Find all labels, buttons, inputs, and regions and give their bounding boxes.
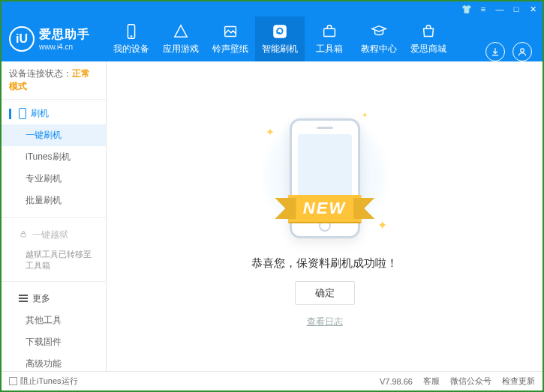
success-message: 恭喜您，保资料刷机成功啦！ <box>251 256 398 271</box>
menu-button[interactable]: ≡ <box>478 4 488 13</box>
nav-label: 工具箱 <box>316 43 343 55</box>
check-update-link[interactable]: 检查更新 <box>502 376 535 387</box>
checkbox-icon <box>9 377 17 385</box>
toolbox-icon <box>321 23 338 40</box>
checkbox-label: 阻止iTunes运行 <box>20 376 78 387</box>
sidebar-head-label: 刷机 <box>31 107 49 120</box>
lock-icon <box>19 229 28 241</box>
sidebar-item-advanced[interactable]: 高级功能 <box>2 353 106 371</box>
flash-icon <box>272 23 288 40</box>
apps-icon <box>173 23 189 40</box>
view-log-link[interactable]: 查看日志 <box>307 316 343 328</box>
brand-title: 爱思助手 <box>39 27 90 43</box>
wechat-link[interactable]: 微信公众号 <box>450 376 491 387</box>
user-button[interactable] <box>512 42 532 61</box>
svg-point-1 <box>131 35 132 37</box>
sidebar-head-label: 一键越狱 <box>32 229 68 241</box>
sidebar-item-firmware[interactable]: 下载固件 <box>2 331 106 353</box>
connection-status: 设备连接状态：正常模式 <box>2 61 106 100</box>
sidebar-jailbreak-note: 越狱工具已转移至工具箱 <box>2 246 106 275</box>
connection-label: 设备连接状态： <box>9 68 72 79</box>
nav: 我的设备 应用游戏 铃声壁纸 智能刷机 工具箱 <box>107 16 485 61</box>
sidebar-flash-list: 一键刷机 iTunes刷机 专业刷机 批量刷机 <box>2 124 106 211</box>
support-link[interactable]: 客服 <box>423 376 440 387</box>
sparkle-icon: ✦ <box>266 126 275 138</box>
brand-logo-icon: iU <box>9 26 35 52</box>
sidebar-item-pro[interactable]: 专业刷机 <box>2 168 106 190</box>
brand-url: www.i4.cn <box>39 43 90 51</box>
nav-label: 教程中心 <box>361 43 397 55</box>
nav-label: 铃声壁纸 <box>212 43 248 55</box>
version-label: V7.98.66 <box>380 377 413 386</box>
ok-button[interactable]: 确定 <box>295 281 355 305</box>
store-icon <box>420 23 437 40</box>
sidebar-item-other[interactable]: 其他工具 <box>2 310 106 331</box>
nav-tutorial[interactable]: 教程中心 <box>354 16 404 61</box>
sidebar: 设备连接状态：正常模式 刷机 一键刷机 iTunes刷机 专业刷机 批量刷机 <box>2 61 107 371</box>
toolbar: iU 爱思助手 www.i4.cn 我的设备 应用游戏 铃声壁纸 <box>2 16 542 61</box>
phone-icon <box>123 23 140 40</box>
maximize-button[interactable]: □ <box>511 4 521 13</box>
main-content: ✦ ✦ ✦ NEW 恭喜您，保资料刷机成功啦！ 确定 查看日志 <box>107 61 542 371</box>
svg-rect-4 <box>324 28 335 36</box>
body: 设备连接状态：正常模式 刷机 一键刷机 iTunes刷机 专业刷机 批量刷机 <box>2 61 542 371</box>
sidebar-more-list: 其他工具 下载固件 高级功能 <box>2 310 106 371</box>
nav-device[interactable]: 我的设备 <box>107 16 156 61</box>
svg-rect-6 <box>21 234 26 238</box>
sidebar-more-section: 更多 其他工具 下载固件 高级功能 <box>2 285 106 371</box>
nav-flash[interactable]: 智能刷机 <box>255 16 305 61</box>
nav-store[interactable]: 爱思商城 <box>404 16 453 61</box>
nav-label: 智能刷机 <box>262 43 298 55</box>
close-button[interactable]: ✕ <box>527 4 538 14</box>
nav-toolbox[interactable]: 工具箱 <box>305 16 354 61</box>
sidebar-item-onekey[interactable]: 一键刷机 <box>2 124 106 146</box>
sparkle-icon: ✦ <box>362 111 368 119</box>
footer: 阻止iTunes运行 V7.98.66 客服 微信公众号 检查更新 <box>2 371 542 391</box>
sidebar-jailbreak-section: 一键越狱 越狱工具已转移至工具箱 <box>2 221 106 278</box>
app-window: 👕 ≡ — □ ✕ iU 爱思助手 www.i4.cn 我的设备 <box>0 0 544 392</box>
brand: iU 爱思助手 www.i4.cn <box>2 16 107 61</box>
sidebar-item-batch[interactable]: 批量刷机 <box>2 190 106 211</box>
svg-point-5 <box>521 49 524 52</box>
new-ribbon: NEW <box>288 195 361 222</box>
sidebar-head-jailbreak: 一键越狱 <box>2 224 106 246</box>
success-illustration: ✦ ✦ ✦ NEW <box>261 105 389 247</box>
download-button[interactable] <box>485 42 505 61</box>
header: 👕 ≡ — □ ✕ iU 爱思助手 www.i4.cn 我的设备 <box>2 1 542 61</box>
titlebar: 👕 ≡ — □ ✕ <box>2 1 542 16</box>
wallpaper-icon <box>222 23 239 40</box>
phone-small-icon <box>19 108 26 119</box>
header-right <box>485 42 542 61</box>
sidebar-flash-section: 刷机 一键刷机 iTunes刷机 专业刷机 批量刷机 <box>2 100 106 214</box>
sidebar-item-itunes[interactable]: iTunes刷机 <box>2 146 106 168</box>
sidebar-head-more[interactable]: 更多 <box>2 288 106 310</box>
nav-label: 我的设备 <box>113 43 149 55</box>
tutorial-icon <box>371 23 387 40</box>
brand-text: 爱思助手 www.i4.cn <box>39 27 90 51</box>
list-icon <box>19 295 28 302</box>
minimize-button[interactable]: — <box>494 4 505 13</box>
nav-apps[interactable]: 应用游戏 <box>156 16 206 61</box>
nav-ringtone[interactable]: 铃声壁纸 <box>206 16 255 61</box>
sparkle-icon: ✦ <box>377 218 387 232</box>
nav-label: 爱思商城 <box>410 43 446 55</box>
nav-label: 应用游戏 <box>163 43 199 55</box>
svg-rect-3 <box>274 25 287 37</box>
sidebar-head-flash[interactable]: 刷机 <box>2 103 106 124</box>
checkbox-block-itunes[interactable]: 阻止iTunes运行 <box>9 376 78 387</box>
skin-button[interactable]: 👕 <box>461 4 472 14</box>
sidebar-head-label: 更多 <box>32 292 50 305</box>
